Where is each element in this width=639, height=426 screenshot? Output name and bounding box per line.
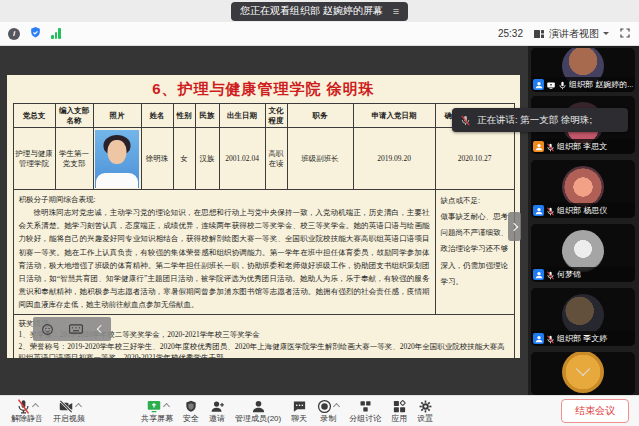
gear-icon (418, 399, 433, 414)
meeting-window: 您正在观看组织部 赵婉婷的屏幕 ≡ i 25:32 演讲者视图 6 (0, 0, 639, 426)
performance-label: 积极分子期间综合表现: (19, 193, 430, 206)
participant-tile-5[interactable]: 组织部 季文婷 (531, 288, 635, 346)
settings-label: 设置 (417, 414, 433, 424)
applicant-photo (95, 130, 139, 188)
avatar (562, 294, 604, 336)
cell-branch: 学生第一党支部 (55, 128, 93, 190)
manage-members-label: 管理成员(20) (235, 414, 281, 424)
watching-banner: 您正在观看组织部 赵婉婷的屏幕 ≡ (231, 2, 408, 21)
chevron-up-icon[interactable] (162, 403, 169, 410)
camera-off-icon (58, 399, 74, 414)
record-label: 录制 (320, 414, 336, 424)
participant-name: 组织部 季文婷 (557, 333, 633, 344)
invite-button[interactable]: 邀请 (204, 399, 230, 424)
record-button[interactable]: 录制 (312, 399, 344, 424)
participant-namebar: 组织部 杨思仪 (531, 203, 635, 218)
fullscreen-icon[interactable] (619, 25, 631, 43)
invite-label: 邀请 (209, 414, 225, 424)
security-shield-icon[interactable] (29, 25, 42, 43)
participant-tile-6[interactable] (531, 352, 635, 395)
avatar (562, 230, 604, 272)
reaction-toolbar[interactable] (33, 317, 111, 341)
mic-muted-icon (546, 202, 555, 219)
keyboard-icon[interactable] (69, 323, 83, 335)
header-branch: 编入支部名称 (55, 104, 93, 128)
chat-label: 聊天 (291, 414, 307, 424)
mic-muted-icon (460, 115, 471, 126)
view-mode-label: 演讲者视图 (549, 27, 599, 41)
unmute-button[interactable]: 解除静音 (6, 399, 48, 424)
participant-namebar: 组织部 李思文 (531, 139, 635, 154)
breakout-rooms-label: 分组讨论 (349, 414, 381, 424)
shared-document: 6、护理与健康管理学院 徐明珠 党总支 编入支部名称 照片 姓名 性别 民族 出… (7, 75, 520, 358)
awards-line-2: 2、荣誉称号：2019-2020学年校三好学生、2020年度校优秀团员、2020… (19, 341, 509, 358)
mic-muted-icon (546, 330, 555, 347)
mic-on-icon (558, 76, 567, 93)
participant-tile-4[interactable]: 何梦锦 (531, 224, 635, 282)
layout-view-icon (533, 28, 545, 40)
record-icon (317, 399, 332, 414)
table-data-row: 护理与健康管理学院 学生第一党支部 徐明珠 女 汉族 2001.02.04 高职… (13, 128, 514, 190)
header-ethnicity: 民族 (195, 104, 219, 128)
participant-namebar: 何梦锦 (531, 267, 635, 282)
emoji-icon[interactable] (41, 323, 54, 336)
members-icon (251, 399, 266, 414)
document-title: 6、护理与健康管理学院 徐明珠 (7, 75, 520, 103)
share-screen-button[interactable]: 共享屏幕 (136, 399, 178, 424)
meeting-info-icon[interactable]: i (8, 28, 20, 40)
speaking-toast-text: 正在讲话: 第一支部 徐明珠; (477, 114, 592, 127)
cell-name: 徐明珠 (141, 128, 173, 190)
avatar (562, 166, 604, 208)
chevron-up-icon[interactable] (74, 403, 81, 410)
banner-menu-icon[interactable]: ≡ (393, 6, 399, 17)
invite-icon (210, 399, 225, 414)
mic-muted-icon (546, 266, 555, 283)
apps-button[interactable]: 应用 (386, 399, 412, 424)
mic-muted-icon (546, 138, 555, 155)
collapse-handle[interactable] (508, 212, 521, 241)
speaker-view-button[interactable]: 演讲者视图 (533, 27, 609, 41)
chat-icon (292, 399, 307, 414)
photo-face (108, 140, 127, 164)
cell-education: 高职在读 (265, 128, 287, 190)
header-photo: 照片 (93, 104, 141, 128)
participant-name: 组织部 杨思仪 (557, 205, 633, 216)
member-badge-icon (533, 269, 544, 280)
member-badge-icon (533, 79, 544, 90)
security-shield-icon (184, 399, 198, 414)
speaking-toast: 正在讲话: 第一支部 徐明珠; (452, 108, 628, 132)
start-video-button[interactable]: 开启视频 (48, 399, 90, 424)
participant-name: 组织部 赵婉婷的... (569, 79, 633, 90)
chevron-up-icon[interactable] (32, 403, 39, 410)
unmute-label: 解除静音 (11, 414, 43, 424)
collapse-left-icon[interactable] (96, 325, 104, 333)
mic-muted-icon (16, 399, 31, 414)
network-signal-icon[interactable] (51, 28, 61, 39)
start-video-label: 开启视频 (53, 414, 85, 424)
member-badge-icon (533, 141, 544, 152)
watching-banner-text: 您正在观看组织部 赵婉婷的屏幕 (240, 6, 383, 16)
participant-tile-3[interactable]: 组织部 杨思仪 (531, 160, 635, 218)
member-badge-icon (533, 205, 544, 216)
breakout-rooms-button[interactable]: 分组讨论 (344, 399, 386, 424)
weakness-label: 缺点或不足: (441, 193, 509, 209)
chat-button[interactable]: 聊天 (286, 399, 312, 424)
header-name: 姓名 (141, 104, 173, 128)
status-bar: i 25:32 演讲者视图 (0, 22, 639, 46)
end-meeting-button[interactable]: 结束会议 (561, 399, 629, 423)
photo-shirt (96, 173, 138, 188)
cell-committee: 护理与健康管理学院 (13, 128, 55, 190)
screen-sharing-icon (546, 76, 556, 93)
manage-members-button[interactable]: 管理成员(20) (230, 399, 286, 424)
participant-tile-1[interactable]: 组织部 赵婉婷的... (531, 48, 635, 92)
performance-text: 徐明珠同志对党忠诚，主动学习党的理论知识，在思想和行动上与党中央保持一致，入党动… (19, 206, 430, 311)
chevron-up-icon[interactable] (333, 403, 340, 410)
settings-button[interactable]: 设置 (412, 399, 438, 424)
cell-gender: 女 (173, 128, 195, 190)
security-button[interactable]: 安全 (178, 399, 204, 424)
member-badge-icon (533, 333, 544, 344)
participant-namebar: 组织部 赵婉婷的... (531, 77, 635, 92)
participant-namebar: 组织部 季文婷 (531, 331, 635, 346)
performance-row: 积极分子期间综合表现: 徐明珠同志对党忠诚，主动学习党的理论知识，在思想和行动上… (13, 190, 514, 315)
apps-label: 应用 (391, 414, 407, 424)
